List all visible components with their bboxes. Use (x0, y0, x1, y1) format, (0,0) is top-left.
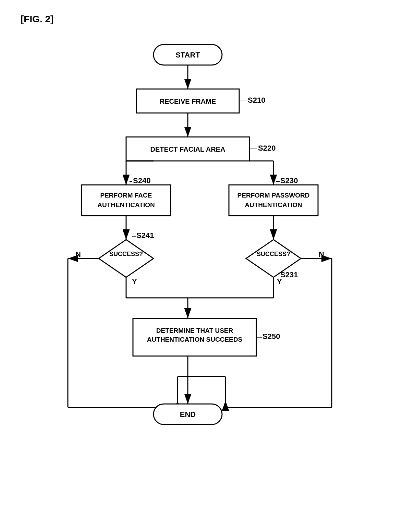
figure-label: [FIG. 2] (21, 14, 53, 25)
password-auth-label2: AUTHENTICATION (245, 201, 302, 208)
determine-label2: AUTHENTICATION SUCCEEDS (147, 336, 242, 343)
detect-facial-label: DETECT FACIAL AREA (150, 145, 225, 153)
page: [FIG. 2] START RECEIVE FRAME S210 (0, 0, 403, 532)
y-right-label: Y (277, 277, 282, 286)
svg-rect-15 (229, 185, 318, 216)
receive-frame-label: RECEIVE FRAME (160, 98, 216, 105)
end-label: END (180, 410, 196, 419)
password-auth-label: PERFORM PASSWORD (237, 192, 310, 199)
s230-label: S230 (280, 176, 298, 185)
determine-label1: DETERMINE THAT USER (156, 327, 233, 334)
s240-label: S240 (133, 176, 150, 185)
s241-label: S241 (136, 231, 154, 240)
face-auth-label: PERFORM FACE (100, 192, 152, 199)
s250-label: S250 (262, 332, 280, 341)
s220-label: S220 (258, 144, 276, 152)
success-right-label: SUCCESS? (257, 251, 290, 257)
start-label: START (175, 51, 200, 59)
n-right-label: N (319, 250, 324, 258)
s231-label: S231 (280, 270, 298, 279)
n-left-label: N (75, 250, 81, 258)
face-auth-label2: AUTHENTICATION (97, 201, 155, 208)
svg-marker-19 (99, 240, 154, 277)
s210-label: S210 (248, 96, 265, 104)
y-left-label: Y (132, 277, 137, 286)
svg-rect-13 (82, 185, 171, 216)
success-left-label: SUCCESS? (109, 251, 143, 257)
flowchart: START RECEIVE FRAME S210 DETECT FACIAL A… (47, 34, 356, 514)
